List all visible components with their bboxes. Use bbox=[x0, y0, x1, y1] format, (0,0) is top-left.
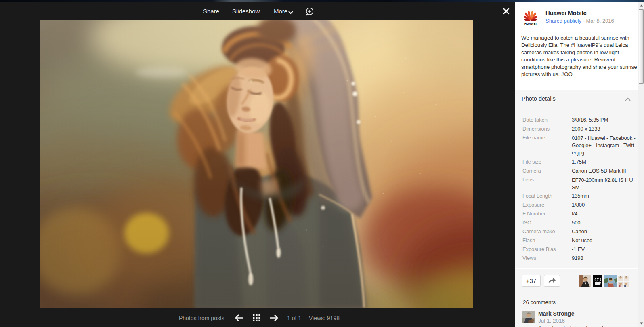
svg-text:HUAWEI: HUAWEI bbox=[524, 22, 537, 25]
